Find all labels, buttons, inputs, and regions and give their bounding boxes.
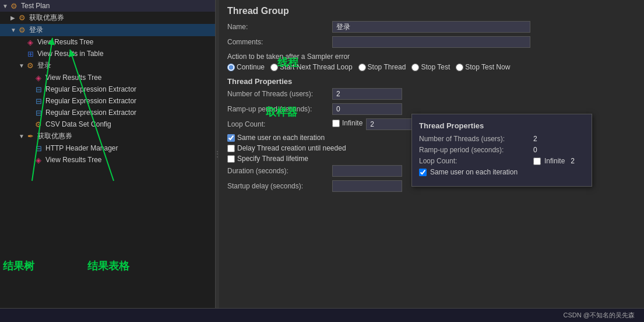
num-threads-row: Number of Threads (users): (227, 88, 636, 100)
panel-title: Thread Group (227, 6, 636, 16)
tree-item-label: 获取优惠券 (29, 13, 64, 23)
expand-arrow[interactable]: ▼ (10, 27, 17, 33)
popup-rampup-value: 0 (533, 146, 537, 154)
tree-item-denglu-group[interactable]: ▼⚙登录 (0, 24, 215, 36)
tree-panel: ▼⚙Test Plan▶⚙获取优惠券▼⚙登录 ◈View Results Tre… (0, 0, 216, 308)
same-user-checkbox[interactable] (227, 134, 235, 142)
tree-icon: ⚙ (26, 61, 35, 71)
tree-item-view-results-table[interactable]: ⊞View Results in Table (0, 48, 215, 60)
popup-infinite-label: Infinite (544, 157, 565, 165)
tree-icon: ◈ (34, 155, 43, 164)
footer: CSDN @不知名的吴先森 (0, 308, 644, 322)
tree-item-huoquyouhuiquan1[interactable]: ▶⚙获取优惠券 (0, 12, 215, 24)
tree-item-view-results-tree[interactable]: ◈View Results Tree (0, 36, 215, 48)
action-label: Action to be taken after a Sampler error (227, 52, 636, 61)
rampup-input[interactable] (332, 103, 402, 115)
tree-icon: ⚙ (17, 13, 27, 23)
action-stop-test-now[interactable]: Stop Test Now (456, 63, 510, 71)
popup-rampup-label: Ramp-up period (seconds): (419, 146, 530, 154)
infinite-checkbox-item[interactable]: Infinite (332, 119, 363, 127)
name-input[interactable] (332, 21, 530, 33)
tree-icon: ✒ (26, 132, 35, 141)
tree-item-label: Test Plan (21, 2, 50, 10)
tree-icon: ⊞ (26, 49, 35, 58)
tree-item-label: Regular Expression Extractor (45, 97, 136, 105)
tree-icon: ⚙ (17, 26, 27, 35)
tree-item-view-results-tree2[interactable]: ◈View Results Tree (0, 72, 215, 83)
tree-item-denglu-inner[interactable]: ▼⚙登录 (0, 60, 215, 72)
comments-input[interactable] (332, 36, 530, 48)
thread-properties-popup: Thread Properties Number of Threads (use… (411, 114, 592, 187)
action-continue-label: Continue (237, 63, 265, 71)
popup-rampup: Ramp-up period (seconds): 0 (419, 146, 585, 154)
config-panel: 线程 取样器 Thread Group Name: Comments: Acti… (219, 0, 644, 308)
tree-item-label: 获取优惠券 (37, 131, 72, 141)
tree-item-label: HTTP Header Manager (45, 144, 118, 152)
specify-lifetime-label: Specify Thread lifetime (237, 155, 308, 163)
action-radio-group: Continue Start Next Thread Loop Stop Thr… (227, 63, 636, 71)
tree-item-label: View Results in Table (37, 50, 104, 58)
expand-arrow[interactable]: ▼ (19, 133, 26, 139)
action-stop-test-label: Stop Test (421, 63, 450, 71)
tree-icon: ⊟ (34, 144, 43, 153)
infinite-label: Infinite (342, 119, 363, 127)
tree-icon: ⊟ (34, 108, 43, 117)
name-row: Name: (227, 21, 636, 33)
specify-lifetime-checkbox[interactable] (227, 155, 235, 163)
action-stop-thread[interactable]: Stop Thread (358, 63, 406, 71)
tree-item-csv-data[interactable]: ⚙CSV Data Set Config (0, 118, 215, 130)
expand-arrow[interactable]: ▼ (19, 62, 26, 69)
action-stop-test[interactable]: Stop Test (411, 63, 450, 71)
num-threads-label: Number of Threads (users): (227, 90, 332, 98)
tree-item-test-plan[interactable]: ▼⚙Test Plan (0, 0, 215, 12)
tree-icon: ⊟ (34, 85, 43, 94)
rampup-label: Ramp-up period (seconds): (227, 105, 332, 113)
popup-num-threads-label: Number of Threads (users): (419, 135, 530, 143)
delay-thread-label: Delay Thread creation until needed (237, 144, 346, 152)
startup-delay-input[interactable] (332, 180, 402, 192)
comments-row: Comments: (227, 36, 636, 48)
popup-loop-label: Loop Count: (419, 157, 530, 165)
duration-label: Duration (seconds): (227, 167, 332, 175)
popup-same-user[interactable]: Same user on each iteration (419, 168, 585, 176)
popup-same-user-checkbox[interactable] (419, 169, 427, 176)
tree-icon: ⚙ (9, 1, 19, 10)
comments-label: Comments: (227, 38, 332, 46)
duration-input[interactable] (332, 165, 402, 177)
popup-num-threads: Number of Threads (users): 2 (419, 135, 585, 143)
tree-icon: ⚙ (34, 120, 43, 129)
tree-item-regex2[interactable]: ⊟Regular Expression Extractor (0, 95, 215, 107)
thread-props-header: Thread Properties (227, 77, 636, 86)
expand-arrow[interactable]: ▼ (2, 3, 9, 9)
tree-item-label: View Results Tree (37, 38, 94, 46)
popup-infinite-checkbox[interactable] (533, 158, 541, 165)
popup-title: Thread Properties (419, 121, 585, 130)
tree-item-http-header[interactable]: ⊟HTTP Header Manager (0, 142, 215, 154)
tree-item-view-results-tree3[interactable]: ◈View Results Tree (0, 154, 215, 166)
popup-loop-count: Loop Count: Infinite 2 (419, 157, 585, 165)
startup-delay-label: Startup delay (seconds): (227, 182, 332, 190)
annotation-jiegoshu: 结果树 (3, 259, 34, 273)
same-user-label: Same user on each iteration (237, 134, 325, 142)
tree-item-label: Regular Expression Extractor (45, 108, 136, 117)
infinite-checkbox[interactable] (332, 120, 340, 127)
tree-item-label: Regular Expression Extractor (45, 85, 136, 93)
name-label: Name: (227, 23, 332, 31)
num-threads-input[interactable] (332, 88, 402, 100)
tree-item-regex3[interactable]: ⊟Regular Expression Extractor (0, 107, 215, 118)
tree-item-huoquyouhuiquan2[interactable]: ▼✒获取优惠券 (0, 130, 215, 142)
tree-item-label: View Results Tree (45, 74, 102, 82)
popup-same-user-label: Same user on each iteration (430, 168, 518, 176)
delay-thread-checkbox[interactable] (227, 145, 235, 152)
tree-item-regex1[interactable]: ⊟Regular Expression Extractor (0, 83, 215, 95)
popup-loop-value: 2 (571, 157, 575, 165)
action-start-next[interactable]: Start Next Thread Loop (270, 63, 353, 71)
annotation-jiegobiaoge: 结果表格 (87, 259, 129, 273)
rampup-row: Ramp-up period (seconds): (227, 103, 636, 115)
action-continue[interactable]: Continue (227, 63, 265, 71)
tree-item-label: 登录 (37, 61, 51, 71)
action-stop-thread-label: Stop Thread (368, 63, 406, 71)
expand-arrow[interactable]: ▶ (10, 15, 17, 21)
footer-text: CSDN @不知名的吴先森 (564, 311, 635, 320)
tree-icon: ◈ (34, 73, 43, 82)
